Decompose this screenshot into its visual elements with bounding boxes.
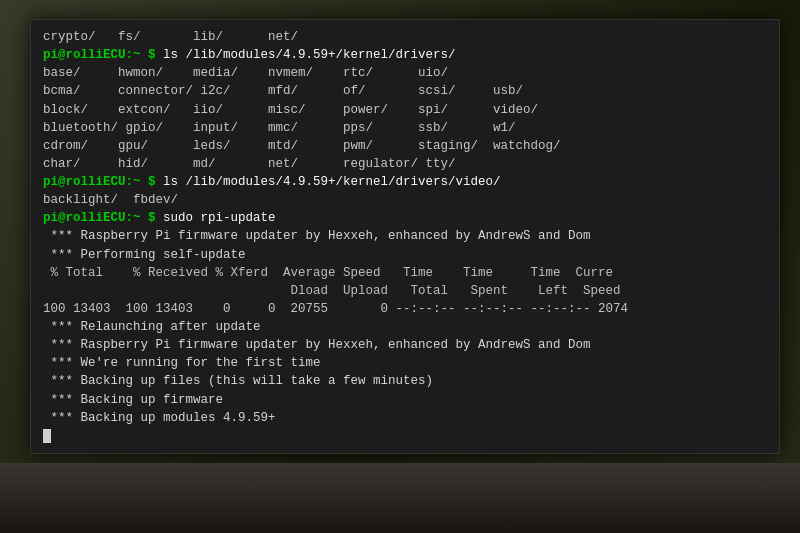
- terminal-line: pi@rolliECU:~ $ sudo rpi-update: [43, 209, 767, 227]
- terminal-line: Dload Upload Total Spent Left Speed: [43, 282, 767, 300]
- terminal-line: cdrom/ gpu/ leds/ mtd/ pwm/ staging/ wat…: [43, 137, 767, 155]
- terminal-line: *** Relaunching after update: [43, 318, 767, 336]
- terminal-screen: crypto/ fs/ lib/ net/ pi@rolliECU:~ $ ls…: [30, 19, 780, 454]
- terminal-line: pi@rolliECU:~ $ ls /lib/modules/4.9.59+/…: [43, 173, 767, 191]
- terminal-line: *** Backing up files (this will take a f…: [43, 372, 767, 390]
- terminal-line: crypto/ fs/ lib/ net/: [43, 28, 767, 46]
- terminal-line: % Total % Received % Xferd Average Speed…: [43, 264, 767, 282]
- command: sudo rpi-update: [163, 211, 276, 225]
- prompt: pi@rolliECU:~ $: [43, 211, 163, 225]
- terminal-line: backlight/ fbdev/: [43, 191, 767, 209]
- prompt: pi@rolliECU:~ $: [43, 175, 163, 189]
- terminal-line: bcma/ connector/ i2c/ mfd/ of/ scsi/ usb…: [43, 82, 767, 100]
- terminal-line: block/ extcon/ iio/ misc/ power/ spi/ vi…: [43, 101, 767, 119]
- command: ls /lib/modules/4.9.59+/kernel/drivers/: [163, 48, 456, 62]
- cursor-line: [43, 427, 767, 445]
- terminal-line: *** Performing self-update: [43, 246, 767, 264]
- photo-frame: crypto/ fs/ lib/ net/ pi@rolliECU:~ $ ls…: [0, 0, 800, 533]
- terminal-line: bluetooth/ gpio/ input/ mmc/ pps/ ssb/ w…: [43, 119, 767, 137]
- cursor: [43, 429, 51, 443]
- prompt: pi@rolliECU:~ $: [43, 48, 163, 62]
- gravel-background: [0, 463, 800, 533]
- terminal-line: base/ hwmon/ media/ nvmem/ rtc/ uio/: [43, 64, 767, 82]
- terminal-line: *** Backing up modules 4.9.59+: [43, 409, 767, 427]
- terminal-wrapper: crypto/ fs/ lib/ net/ pi@rolliECU:~ $ ls…: [0, 0, 800, 473]
- terminal-line: pi@rolliECU:~ $ ls /lib/modules/4.9.59+/…: [43, 46, 767, 64]
- terminal-line: *** We're running for the first time: [43, 354, 767, 372]
- terminal-line: *** Raspberry Pi firmware updater by Hex…: [43, 227, 767, 245]
- terminal-line: char/ hid/ md/ net/ regulator/ tty/: [43, 155, 767, 173]
- terminal-line: *** Raspberry Pi firmware updater by Hex…: [43, 336, 767, 354]
- terminal-line: 100 13403 100 13403 0 0 20755 0 --:--:--…: [43, 300, 767, 318]
- command: ls /lib/modules/4.9.59+/kernel/drivers/v…: [163, 175, 501, 189]
- terminal-line: *** Backing up firmware: [43, 391, 767, 409]
